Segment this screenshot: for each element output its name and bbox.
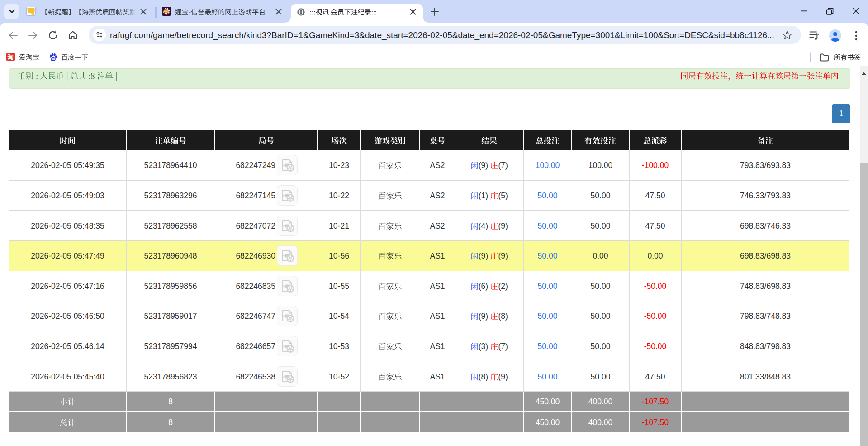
svg-text:du: du	[51, 57, 55, 60]
